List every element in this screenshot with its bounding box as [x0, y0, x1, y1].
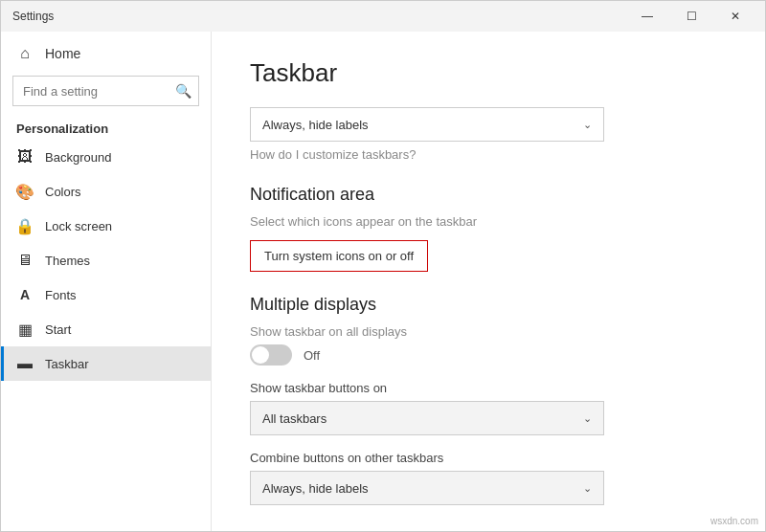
sidebar-item-label: Background	[45, 150, 111, 165]
combine-buttons-label: Combine buttons on other taskbars	[250, 451, 727, 465]
show-taskbar-toggle[interactable]	[250, 344, 292, 366]
sidebar-item-label: Themes	[45, 254, 90, 268]
taskbar-icon: ▬	[16, 355, 34, 372]
sidebar-item-themes[interactable]: 🖥 Themes	[1, 243, 211, 277]
maximize-button[interactable]: ☐	[669, 1, 713, 32]
taskbar-dropdown-value: Always, hide labels	[262, 118, 369, 132]
title-bar-controls: — ☐ ✕	[625, 1, 757, 32]
toggle-knob	[252, 346, 269, 364]
combine-buttons-value: Always, hide labels	[262, 481, 369, 496]
notification-area-title: Notification area	[250, 185, 727, 205]
sidebar-section-label: Personalization	[1, 114, 211, 140]
page-title: Taskbar	[250, 58, 727, 88]
colors-icon: 🎨	[16, 183, 34, 200]
multiple-displays-title: Multiple displays	[250, 295, 727, 315]
sidebar-item-fonts[interactable]: A Fonts	[1, 277, 211, 312]
sidebar-item-start[interactable]: ▦ Start	[1, 312, 211, 346]
sidebar-item-label: Fonts	[45, 288, 77, 302]
home-label: Home	[45, 46, 80, 61]
show-buttons-dropdown[interactable]: All taskbars ⌄	[250, 401, 604, 435]
watermark: wsxdn.com	[710, 516, 758, 526]
sidebar: ⌂ Home 🔍 Personalization 🖼 Background 🎨 …	[1, 32, 212, 531]
taskbar-dropdown-chevron: ⌄	[583, 119, 592, 131]
show-taskbar-label: Show taskbar on all displays	[250, 324, 727, 339]
sidebar-item-taskbar[interactable]: ▬ Taskbar	[1, 346, 211, 381]
sidebar-item-background[interactable]: 🖼 Background	[1, 140, 211, 174]
main-content: Taskbar Always, hide labels ⌄ How do I c…	[212, 32, 765, 531]
content-area: ⌂ Home 🔍 Personalization 🖼 Background 🎨 …	[1, 32, 765, 531]
taskbar-dropdown-container: Always, hide labels ⌄	[250, 107, 727, 142]
show-buttons-value: All taskbars	[262, 411, 327, 426]
background-icon: 🖼	[16, 148, 34, 166]
sidebar-home-button[interactable]: ⌂ Home	[1, 35, 211, 72]
settings-window: Settings — ☐ ✕ ⌂ Home 🔍 Personalization …	[0, 0, 766, 532]
title-bar: Settings — ☐ ✕	[1, 1, 765, 32]
search-input[interactable]	[12, 76, 199, 106]
sidebar-item-label: Taskbar	[45, 357, 89, 371]
taskbar-behavior-dropdown[interactable]: Always, hide labels ⌄	[250, 107, 604, 142]
turn-system-icons-button[interactable]: Turn system icons on or off	[250, 240, 428, 272]
title-bar-text: Settings	[12, 10, 54, 23]
notification-area-desc: Select which icons appear on the taskbar	[250, 214, 727, 229]
help-link[interactable]: How do I customize taskbars?	[250, 147, 727, 162]
sidebar-item-label: Colors	[45, 185, 81, 199]
search-icon: 🔍	[175, 83, 192, 99]
combine-buttons-chevron: ⌄	[583, 482, 592, 495]
sidebar-item-lock-screen[interactable]: 🔒 Lock screen	[1, 209, 211, 243]
sidebar-item-label: Start	[45, 322, 71, 337]
themes-icon: 🖥	[16, 252, 34, 269]
close-button[interactable]: ✕	[713, 1, 757, 32]
combine-buttons-dropdown[interactable]: Always, hide labels ⌄	[250, 471, 604, 505]
sidebar-item-label: Lock screen	[45, 219, 112, 233]
fonts-icon: A	[16, 286, 34, 303]
show-taskbar-toggle-row: Off	[250, 344, 727, 366]
toggle-state-text: Off	[304, 348, 320, 363]
show-buttons-chevron: ⌄	[583, 412, 592, 425]
start-icon: ▦	[16, 321, 34, 338]
minimize-button[interactable]: —	[625, 1, 669, 32]
lock-screen-icon: 🔒	[16, 217, 34, 234]
show-buttons-label: Show taskbar buttons on	[250, 381, 727, 395]
sidebar-item-colors[interactable]: 🎨 Colors	[1, 174, 211, 209]
search-box: 🔍	[12, 76, 199, 106]
home-icon: ⌂	[16, 45, 34, 62]
